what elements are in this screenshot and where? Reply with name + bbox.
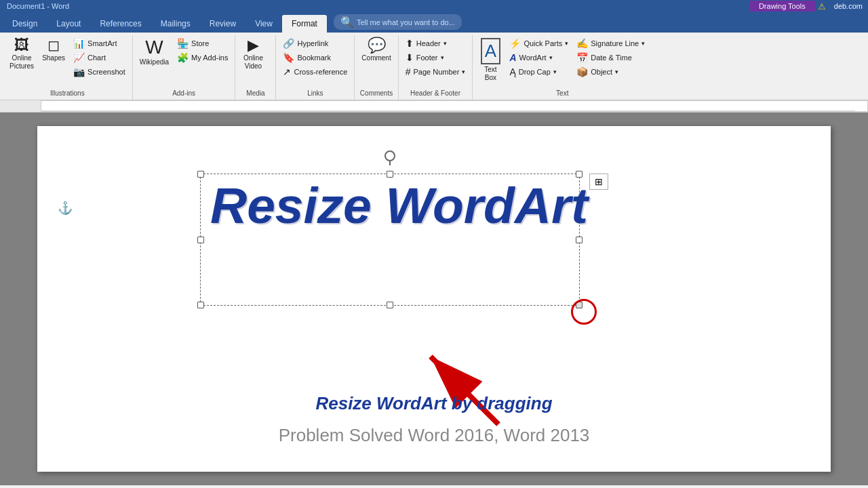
quickparts-button[interactable]: ⚡ Quick Parts ▾	[507, 37, 571, 50]
red-arrow-svg	[403, 343, 512, 431]
hyperlink-button[interactable]: 🔗 Hyperlink	[280, 37, 350, 50]
online-video-icon: ▶	[248, 38, 259, 53]
dropcap-icon: Ą	[509, 66, 515, 77]
store-icon: 🏪	[177, 38, 189, 49]
warning-icon: ⚠	[815, 1, 829, 12]
tab-view[interactable]: View	[245, 15, 282, 33]
smartart-button[interactable]: 📊 SmartArt	[71, 37, 128, 50]
object-button[interactable]: 📦 Object ▾	[574, 65, 648, 79]
wikipedia-icon: W	[145, 38, 163, 57]
screenshot-label: Screenshot	[87, 68, 125, 76]
tab-design[interactable]: Design	[3, 15, 47, 33]
wikipedia-button[interactable]: W Wikipedia	[137, 37, 172, 68]
footer-button[interactable]: ⬇ Footer ▾	[403, 51, 469, 64]
pagenumber-label: Page Number	[414, 68, 460, 76]
footer-icon: ⬇	[406, 52, 414, 63]
dropcap-label: Drop Cap	[519, 68, 551, 76]
shapes-label: Shapes	[42, 54, 65, 62]
wordart-button[interactable]: A WordArt ▾	[507, 51, 571, 64]
header-label: Header	[416, 39, 441, 47]
datetime-label: Date & Time	[591, 54, 632, 62]
tab-references[interactable]: References	[90, 15, 151, 33]
store-button[interactable]: 🏪 Store	[174, 37, 231, 50]
quickparts-dropdown: ▾	[565, 40, 568, 47]
tab-layout[interactable]: Layout	[47, 15, 90, 33]
chart-button[interactable]: 📈 Chart	[71, 51, 128, 64]
illustrations-content: 🖼 OnlinePictures ◻ Shapes 📊 SmartArt 📈 C…	[7, 37, 128, 88]
text-col: ⚡ Quick Parts ▾ A WordArt ▾ Ą Drop Cap ▾	[507, 37, 571, 79]
tab-mailings[interactable]: Mailings	[151, 15, 200, 33]
signature-button[interactable]: ✍ Signature Line ▾	[574, 37, 648, 50]
addins-col: 🏪 Store 🧩 My Add-ins	[174, 37, 231, 64]
object-dropdown: ▾	[615, 68, 618, 75]
ribbon: 🖼 OnlinePictures ◻ Shapes 📊 SmartArt 📈 C…	[0, 33, 868, 100]
pagenumber-dropdown: ▾	[462, 68, 465, 75]
hyperlink-label: Hyperlink	[297, 39, 328, 47]
addins-group: W Wikipedia 🏪 Store 🧩 My Add-ins Add-ins	[133, 35, 236, 100]
illustrations-col: 📊 SmartArt 📈 Chart 📷 Screenshot	[71, 37, 128, 79]
comments-content: 💬 Comment	[359, 37, 393, 88]
layout-options-button[interactable]: ⊞	[589, 174, 608, 190]
ribbon-tabs-row: Design Layout References Mailings Review…	[0, 12, 868, 33]
object-label: Object	[591, 68, 612, 76]
comments-group: 💬 Comment Comments	[355, 35, 398, 100]
handle-bot-left[interactable]	[197, 302, 204, 308]
shapes-button[interactable]: ◻ Shapes	[39, 37, 68, 64]
tab-review[interactable]: Review	[200, 15, 245, 33]
online-pictures-icon: 🖼	[14, 38, 29, 53]
chart-label: Chart	[87, 54, 106, 62]
screenshot-button[interactable]: 📷 Screenshot	[71, 65, 128, 79]
signature-dropdown: ▾	[642, 40, 645, 47]
problem-solved: Problem Solved Word 2016, Word 2013	[279, 425, 590, 446]
problem-solved-text: Problem Solved Word 2016, Word 2013	[279, 425, 590, 445]
handle-bot-mid[interactable]	[387, 302, 393, 308]
tell-me-placeholder: Tell me what you want to do...	[357, 18, 455, 26]
anchor-icon: ⚓	[58, 201, 73, 216]
myaddin-icon: 🧩	[177, 52, 189, 63]
online-pictures-button[interactable]: 🖼 OnlinePictures	[7, 37, 37, 72]
search-icon: 🔍	[340, 16, 354, 28]
illustrations-group: 🖼 OnlinePictures ◻ Shapes 📊 SmartArt 📈 C…	[3, 35, 133, 100]
textbox-label: TextBox	[484, 66, 496, 82]
addins-content: W Wikipedia 🏪 Store 🧩 My Add-ins	[137, 37, 231, 88]
ruler: /* ticks via CSS background */	[0, 100, 868, 113]
tell-me-search[interactable]: 🔍 Tell me what you want to do...	[334, 14, 462, 30]
header-icon: ⬆	[406, 38, 414, 49]
screenshot-icon: 📷	[73, 66, 85, 77]
comment-button[interactable]: 💬 Comment	[359, 37, 393, 64]
links-content: 🔗 Hyperlink 🔖 Bookmark ↗ Cross-reference	[280, 37, 350, 88]
handle-bot-right[interactable]	[576, 302, 583, 308]
media-group: ▶ OnlineVideo Media	[235, 35, 276, 100]
comment-label: Comment	[361, 54, 391, 62]
bookmark-button[interactable]: 🔖 Bookmark	[280, 51, 350, 64]
shapes-icon: ◻	[47, 38, 60, 53]
headerfooter-label: Header & Footer	[403, 88, 469, 98]
header-dropdown: ▾	[443, 40, 447, 47]
headerfooter-col: ⬆ Header ▾ ⬇ Footer ▾ # Page Number ▾	[403, 37, 469, 79]
chart-icon: 📈	[73, 52, 85, 63]
links-label: Links	[280, 88, 350, 98]
online-video-label: OnlineVideo	[243, 54, 263, 70]
textbox-button[interactable]: A TextBox	[477, 37, 504, 83]
smartart-icon: 📊	[73, 38, 85, 49]
text-group-label: Text	[477, 88, 648, 98]
links-group: 🔗 Hyperlink 🔖 Bookmark ↗ Cross-reference…	[276, 35, 355, 100]
online-video-button[interactable]: ▶ OnlineVideo	[239, 37, 267, 72]
rotate-handle[interactable]	[384, 150, 395, 161]
svg-rect-0	[41, 100, 867, 111]
wordart-main-text[interactable]: Resize WordArt	[200, 174, 580, 238]
pagenumber-button[interactable]: # Page Number ▾	[403, 65, 469, 79]
cross-reference-button[interactable]: ↗ Cross-reference	[280, 65, 350, 79]
wordart-icon: A	[509, 52, 516, 63]
tab-format[interactable]: Format	[282, 15, 327, 33]
wordart-container[interactable]: Resize WordArt ⊞	[200, 174, 580, 306]
myaddin-button[interactable]: 🧩 My Add-ins	[174, 51, 231, 64]
text-col2: ✍ Signature Line ▾ 📅 Date & Time 📦 Objec…	[574, 37, 648, 79]
user-label: deb.com	[829, 2, 868, 10]
comment-icon: 💬	[368, 38, 386, 53]
dropcap-button[interactable]: Ą Drop Cap ▾	[507, 65, 571, 79]
datetime-button[interactable]: 📅 Date & Time	[574, 51, 648, 64]
header-button[interactable]: ⬆ Header ▾	[403, 37, 469, 50]
doc-page: ⚓ Resize WordArt	[37, 126, 831, 472]
addins-label: Add-ins	[137, 88, 231, 98]
